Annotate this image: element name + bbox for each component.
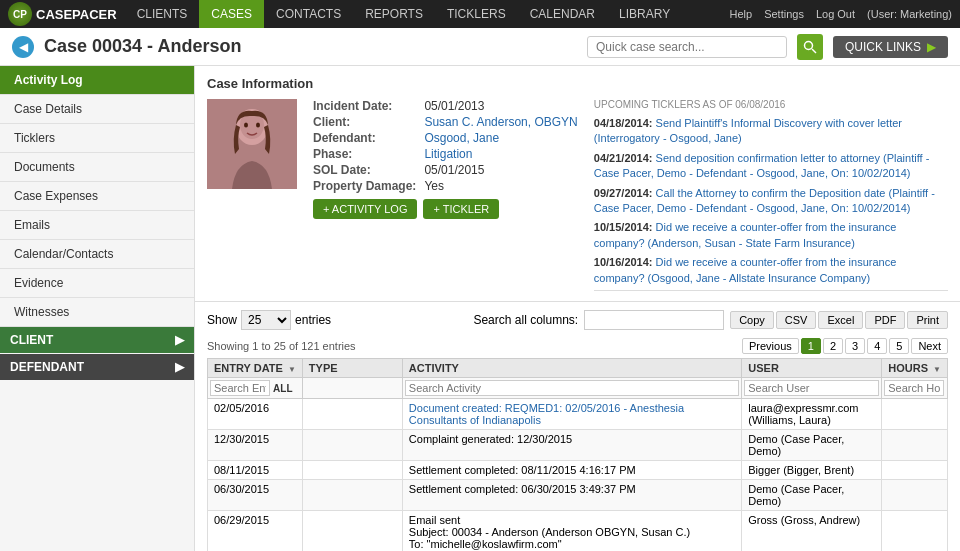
- nav-reports[interactable]: REPORTS: [353, 0, 435, 28]
- cell-user: Gross (Gross, Andrew): [742, 510, 882, 551]
- page-3-button[interactable]: 3: [845, 338, 865, 354]
- sidebar-item-case-expenses[interactable]: Case Expenses: [0, 182, 194, 211]
- help-link[interactable]: Help: [730, 8, 753, 20]
- table-row: 06/30/2015Settlement completed: 06/30/20…: [208, 479, 948, 510]
- add-tickler-button[interactable]: + TICKLER: [423, 199, 499, 219]
- nav-calendar[interactable]: CALENDAR: [518, 0, 607, 28]
- sidebar-item-calendar-contacts[interactable]: Calendar/Contacts: [0, 240, 194, 269]
- phase-link[interactable]: Litigation: [424, 147, 472, 161]
- cell-type: [302, 479, 402, 510]
- case-photo: [207, 99, 297, 189]
- tickler-item-0: 04/18/2014: Send Plaintiff's Informal Di…: [594, 116, 948, 147]
- entries-per-page-select[interactable]: 25 50 100: [241, 310, 291, 330]
- defendant-label: Defendant:: [313, 131, 416, 145]
- csv-button[interactable]: CSV: [776, 311, 817, 329]
- header-bar: ◀ Case 00034 - Anderson QUICK LINKS ▶: [0, 28, 960, 66]
- sidebar-item-case-details[interactable]: Case Details: [0, 95, 194, 124]
- filter-activity-cell: [402, 377, 741, 398]
- filter-activity-input[interactable]: [405, 380, 739, 396]
- client-photo-placeholder: [207, 99, 297, 189]
- client-link[interactable]: Susan C. Anderson, OBGYN: [424, 115, 577, 129]
- sidebar-item-witnesses[interactable]: Witnesses: [0, 298, 194, 327]
- case-info-body: Incident Date: 05/01/2013 Client: Susan …: [207, 99, 948, 291]
- activity-text: Settlement completed: 06/30/2015 3:49:37…: [409, 483, 636, 495]
- cell-type: [302, 398, 402, 429]
- th-activity[interactable]: ACTIVITY: [402, 358, 741, 377]
- nav-contacts[interactable]: CONTACTS: [264, 0, 353, 28]
- svg-line-1: [812, 49, 816, 53]
- nav-cases[interactable]: CASES: [199, 0, 264, 28]
- th-entry-date[interactable]: ENTRY DATE ▼: [208, 358, 303, 377]
- search-all-input[interactable]: [584, 310, 724, 330]
- print-button[interactable]: Print: [907, 311, 948, 329]
- property-damage-label: Property Damage:: [313, 179, 416, 193]
- ticklers-header: UPCOMING TICKLERS AS OF 06/08/2016: [594, 99, 948, 110]
- cell-date: 08/11/2015: [208, 460, 303, 479]
- cell-user: Demo (Case Pacer, Demo): [742, 479, 882, 510]
- page-5-button[interactable]: 5: [889, 338, 909, 354]
- sidebar-item-ticklers[interactable]: Ticklers: [0, 124, 194, 153]
- activity-log-section: Show 25 50 100 entries Search all column…: [195, 302, 960, 551]
- pdf-button[interactable]: PDF: [865, 311, 905, 329]
- filter-user-input[interactable]: [744, 380, 879, 396]
- case-info-title: Case Information: [207, 76, 948, 91]
- cell-user: Bigger (Bigger, Brent): [742, 460, 882, 479]
- chevron-right-icon: ▶: [927, 40, 936, 54]
- filter-date-input[interactable]: [210, 380, 270, 396]
- sidebar-item-emails[interactable]: Emails: [0, 211, 194, 240]
- excel-button[interactable]: Excel: [818, 311, 863, 329]
- cell-date: 06/30/2015: [208, 479, 303, 510]
- page-1-button[interactable]: 1: [801, 338, 821, 354]
- cell-activity: Settlement completed: 06/30/2015 3:49:37…: [402, 479, 741, 510]
- page-4-button[interactable]: 4: [867, 338, 887, 354]
- th-user[interactable]: USER: [742, 358, 882, 377]
- defendant-value: Osgood, Jane: [424, 131, 577, 145]
- filter-type-cell: [302, 377, 402, 398]
- cell-date: 12/30/2015: [208, 429, 303, 460]
- filter-date-cell: ALL: [208, 377, 303, 398]
- case-details-left: Incident Date: 05/01/2013 Client: Susan …: [313, 99, 578, 291]
- quick-search-input[interactable]: [587, 36, 787, 58]
- cell-activity: Complaint generated: 12/30/2015: [402, 429, 741, 460]
- activity-text: Email sent: [409, 514, 460, 526]
- sidebar-section-defendant[interactable]: DEFENDANT ▶: [0, 354, 194, 380]
- nav-library[interactable]: LIBRARY: [607, 0, 682, 28]
- nav-ticklers[interactable]: TICKLERS: [435, 0, 518, 28]
- client-value: Susan C. Anderson, OBGYN: [424, 115, 577, 129]
- case-details-grid: Incident Date: 05/01/2013 Client: Susan …: [313, 99, 578, 193]
- cell-date: 02/05/2016: [208, 398, 303, 429]
- pagination: Previous 1 2 3 4 5 Next: [742, 338, 948, 354]
- main-area: Activity Log Case Details Ticklers Docum…: [0, 66, 960, 551]
- logout-link[interactable]: Log Out: [816, 8, 855, 20]
- page-previous-button[interactable]: Previous: [742, 338, 799, 354]
- sort-icon: ▼: [288, 365, 296, 374]
- sol-date-value: 05/01/2015: [424, 163, 577, 177]
- sort-icon-hours: ▼: [933, 365, 941, 374]
- th-type[interactable]: TYPE: [302, 358, 402, 377]
- nav-clients[interactable]: CLIENTS: [125, 0, 200, 28]
- cell-type: [302, 510, 402, 551]
- table-row: 08/11/2015Settlement completed: 08/11/20…: [208, 460, 948, 479]
- add-activity-log-button[interactable]: + ACTIVITY LOG: [313, 199, 417, 219]
- sidebar-item-activity-log[interactable]: Activity Log: [0, 66, 194, 95]
- page-2-button[interactable]: 2: [823, 338, 843, 354]
- cell-type: [302, 429, 402, 460]
- page-next-button[interactable]: Next: [911, 338, 948, 354]
- back-button[interactable]: ◀: [12, 36, 34, 58]
- defendant-link[interactable]: Osgood, Jane: [424, 131, 499, 145]
- copy-button[interactable]: Copy: [730, 311, 774, 329]
- quick-links-button[interactable]: QUICK LINKS ▶: [833, 36, 948, 58]
- filter-hours-input[interactable]: [884, 380, 944, 396]
- search-icon: [803, 40, 817, 54]
- filter-user-cell: [742, 377, 882, 398]
- sidebar-item-evidence[interactable]: Evidence: [0, 269, 194, 298]
- th-hours[interactable]: HOURS ▼: [882, 358, 948, 377]
- sidebar-section-client[interactable]: CLIENT ▶: [0, 327, 194, 353]
- activity-text: To: "michelle@koslawfirm.com": [409, 538, 562, 550]
- search-go-button[interactable]: [797, 34, 823, 60]
- settings-link[interactable]: Settings: [764, 8, 804, 20]
- sidebar-item-documents[interactable]: Documents: [0, 153, 194, 182]
- activity-link[interactable]: Document created: REQMED1: 02/05/2016 - …: [409, 402, 684, 426]
- cell-hours: [882, 460, 948, 479]
- client-label: Client:: [313, 115, 416, 129]
